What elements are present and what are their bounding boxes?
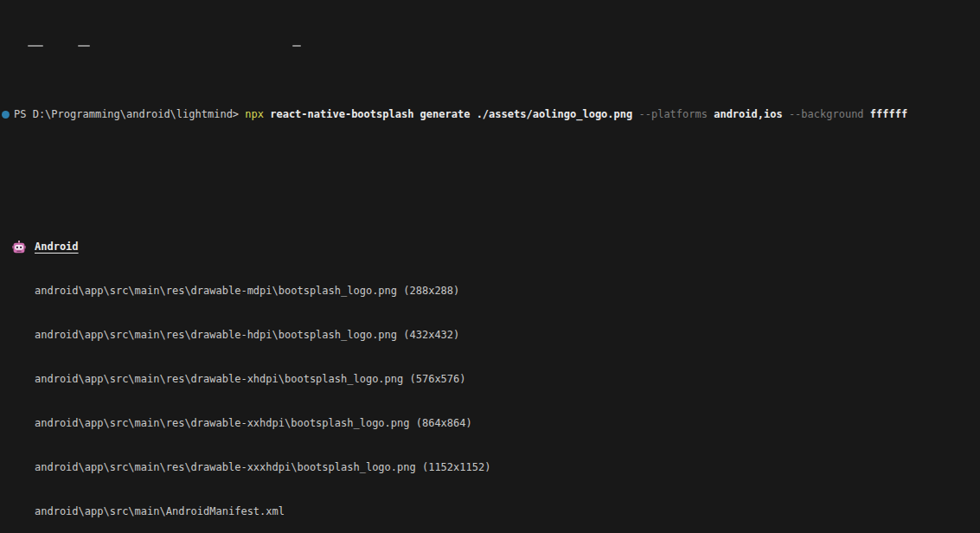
generated-file: android\app\src\main\res\drawable-xxhdpi…: [0, 416, 980, 431]
background-value: ffffff: [870, 107, 907, 122]
flag-platforms: --platforms: [638, 107, 714, 122]
generated-file: android\app\src\main\res\drawable-xxxhdp…: [0, 460, 980, 475]
clipped-previous-line: [0, 44, 980, 48]
command-name: npx: [245, 107, 270, 122]
generated-file: android\app\src\main\res\drawable-mdpi\b…: [0, 284, 980, 299]
section-header-android: Android: [0, 240, 980, 254]
prompt-line: PS D:\Programming\android\lightmind> npx…: [0, 107, 980, 122]
prompt-path: PS D:\Programming\android\lightmind>: [14, 107, 245, 122]
section-title-android: Android: [35, 240, 79, 254]
command-decoration-dot[interactable]: [2, 111, 10, 119]
command-args: react-native-bootsplash generate ./asset…: [270, 107, 638, 122]
platforms-value: android,ios: [714, 107, 789, 122]
flag-background: --background: [789, 107, 870, 122]
generated-file: android\app\src\main\res\drawable-xhdpi\…: [0, 372, 980, 387]
terminal-output: PS D:\Programming\android\lightmind> npx…: [0, 0, 980, 533]
robot-icon: [12, 241, 26, 254]
generated-file: android\app\src\main\AndroidManifest.xml: [0, 504, 980, 519]
generated-file: android\app\src\main\res\drawable-hdpi\b…: [0, 328, 980, 343]
